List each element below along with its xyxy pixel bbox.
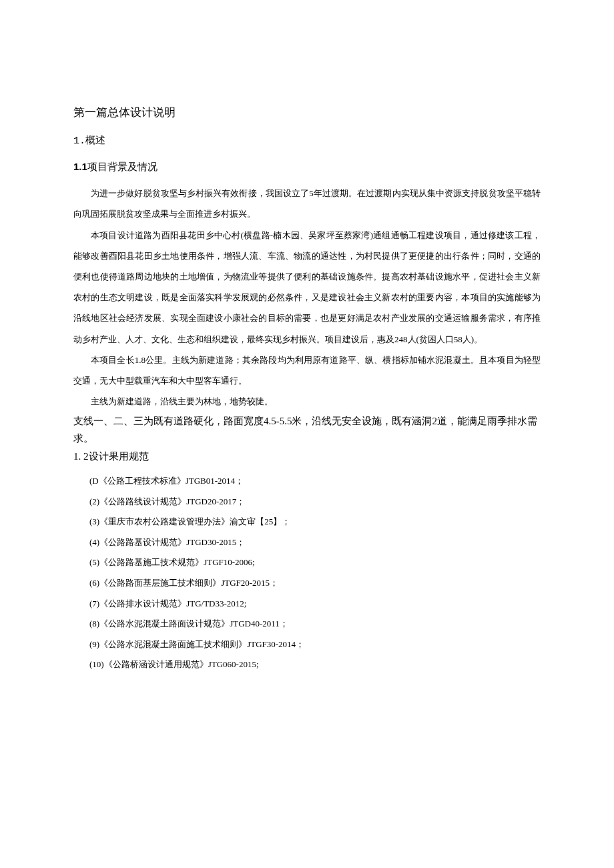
list-item: (5)《公路路基施工技术规范》JTGF10-2006; <box>89 552 541 573</box>
subsection-label-background: 项目背景及情况 <box>87 161 158 172</box>
subsection-num-1-2: 1. 2 <box>73 451 89 462</box>
list-item: (2)《公路路线设计规范》JTGD20-2017； <box>89 492 541 512</box>
list-item: (10)《公路桥涵设计通用规范》JTG060-2015; <box>89 655 541 675</box>
subsection-label-standards: 设计果用规范 <box>89 451 149 462</box>
reference-list: (D《公路工程技术标准》JTGB01-2014； (2)《公路路线设计规范》JT… <box>73 471 541 675</box>
paragraph-intro-1: 为进一步做好脱贫攻坚与乡村振兴有效衔接，我国设立了5年过渡期。在过渡期内实现从集… <box>73 183 541 224</box>
paragraph-intro-2: 本项目设计道路为酉阳县花田乡中心村(横盘路-楠木园、吴家坪至蔡家湾)通组通畅工程… <box>73 225 541 350</box>
paragraph-group: 为进一步做好脱贫攻坚与乡村振兴有效衔接，我国设立了5年过渡期。在过渡期内实现从集… <box>73 183 541 412</box>
list-item: (9)《公路水泥混凝土路面施工技术细则》JTGF30-2014； <box>89 634 541 655</box>
chapter-title: 第一篇总体设计说明 <box>73 103 541 121</box>
list-item: (D《公路工程技术标准》JTGB01-2014； <box>89 471 541 492</box>
subsection-title-background: 1.1项目背景及情况 <box>73 159 541 175</box>
list-item: (6)《公路路面基层施工技术细则》JTGF20-2015； <box>89 573 541 594</box>
subsection-title-standards: 1. 2设计果用规范 <box>73 448 541 464</box>
plain-line-branch: 支线一、二、三为既有道路硬化，路面宽度4.5-5.5米，沿线无安全设施，既有涵洞… <box>73 413 541 447</box>
list-item: (8)《公路水泥混凝土路面设计规范》JTGD40-2011； <box>89 614 541 634</box>
list-item: (3)《重庆市农村公路建设管理办法》渝文审【25】； <box>89 512 541 532</box>
paragraph-intro-3: 本项目全长1.8公里。主线为新建道路；其余路段均为利用原有道路平、纵、横指标加铺… <box>73 350 541 391</box>
section-number-overview: 1.概述 <box>73 133 541 149</box>
list-item: (7)《公路排水设计规范》JTG/TD33-2012; <box>89 594 541 614</box>
subsection-num-1-1: 1.1 <box>73 161 87 172</box>
paragraph-intro-4: 主线为新建道路，沿线主要为林地，地势较陡。 <box>73 391 541 412</box>
list-item: (4)《公路路基设计规范》JTGD30-2015； <box>89 532 541 553</box>
